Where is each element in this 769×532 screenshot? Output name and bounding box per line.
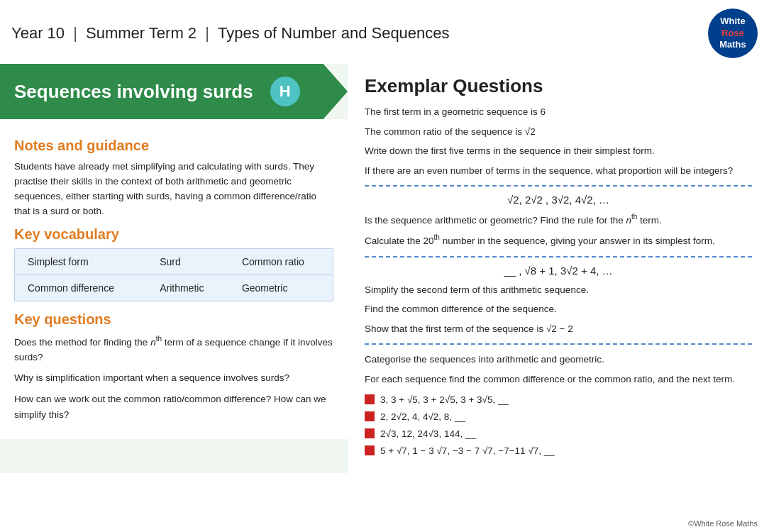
logo-rose: Rose xyxy=(721,28,744,40)
bullet-item-1: 3, 3 + √5, 3 + 2√5, 3 + 3√5, __ xyxy=(365,393,752,407)
bullet-text-2: 2, 2√2, 4, 4√2, 8, __ xyxy=(380,410,465,424)
pipe2: | xyxy=(205,24,214,42)
bullet-item-2: 2, 2√2, 4, 4√2, 8, __ xyxy=(365,410,752,424)
exemplar-block-1: The first term in a geometric sequence i… xyxy=(365,104,752,206)
exemplar-block-2: Is the sequence arithmetic or geometric?… xyxy=(365,211,752,276)
pipe1: | xyxy=(73,24,82,42)
exemplar-block-4: Categorise the sequences into arithmetic… xyxy=(365,352,752,458)
vocab-table: Simplest form Surd Common ratio Common d… xyxy=(14,248,333,301)
block4-items: 3, 3 + √5, 3 + 2√5, 3 + 3√5, __ 2, 2√2, … xyxy=(365,393,752,459)
block1-line1: The first term in a geometric sequence i… xyxy=(365,104,752,120)
block1-line2: The common ratio of the sequence is √2 xyxy=(365,124,752,140)
logo-white: White xyxy=(720,16,745,28)
key-question-3: How can we work out the common ratio/com… xyxy=(14,392,333,422)
topic-label: Types of Number and Sequences xyxy=(218,24,450,42)
vocab-row-1: Simplest form Surd Common ratio xyxy=(15,248,333,275)
footer-copyright: ©White Rose Maths xyxy=(688,519,758,528)
bullet-square-3 xyxy=(365,428,375,438)
key-question-2: Why is simplification important when a s… xyxy=(14,370,333,386)
difficulty-badge: H xyxy=(270,77,300,106)
exemplar-block-3: Simplify the second term of this arithme… xyxy=(365,282,752,345)
section-title: Sequences involving surds xyxy=(14,81,253,103)
vocab-cell-surd: Surd xyxy=(147,248,229,275)
dashed-divider-3 xyxy=(365,343,752,345)
bullet-square-2 xyxy=(365,411,375,421)
page-title: Year 10 | Summer Term 2 | Types of Numbe… xyxy=(11,24,450,43)
block4-intro1: Categorise the sequences into arithmetic… xyxy=(365,352,752,367)
year-label: Year 10 xyxy=(11,24,65,42)
vocab-cell-geometric: Geometric xyxy=(229,275,333,301)
block2-line1: Is the sequence arithmetic or geometric?… xyxy=(365,211,752,228)
vocab-cell-common-difference: Common difference xyxy=(15,275,148,301)
term-label: Summer Term 2 xyxy=(86,24,197,42)
block2-line2: Calculate the 20th number in the sequenc… xyxy=(365,232,752,248)
vocab-cell-common-ratio: Common ratio xyxy=(229,248,333,275)
dashed-divider-1 xyxy=(365,185,752,187)
section-header: Sequences involving surds H xyxy=(0,64,348,119)
notes-text: Students have already met simplifying an… xyxy=(14,160,333,219)
block3-line1: Simplify the second term of this arithme… xyxy=(365,282,752,298)
vocab-title: Key vocabulary xyxy=(14,226,333,243)
block3-line2: Find the common difference of the sequen… xyxy=(365,301,752,317)
exemplar-title: Exemplar Questions xyxy=(365,75,752,97)
bullet-item-3: 2√3, 12, 24√3, 144, __ xyxy=(365,427,752,441)
main-content: Sequences involving surds H Notes and gu… xyxy=(0,64,769,473)
bullet-square-4 xyxy=(365,445,375,455)
notes-title: Notes and guidance xyxy=(14,138,333,154)
block4-intro2: For each sequence find the common differ… xyxy=(365,372,752,387)
key-question-1: Does the method for finding the nth term… xyxy=(14,333,333,365)
bullet-text-3: 2√3, 12, 24√3, 144, __ xyxy=(380,427,476,441)
left-panel: Sequences involving surds H Notes and gu… xyxy=(0,64,348,473)
logo: White Rose Maths xyxy=(708,9,758,58)
bullet-square-1 xyxy=(365,394,375,404)
block1-line4: If there are an even number of terms in … xyxy=(365,163,752,179)
vocab-row-2: Common difference Arithmetic Geometric xyxy=(15,275,333,301)
block3-line3: Show that the first term of the sequence… xyxy=(365,321,752,337)
right-panel: Exemplar Questions The first term in a g… xyxy=(348,64,769,473)
logo-maths: Maths xyxy=(719,39,746,51)
bullet-text-1: 3, 3 + √5, 3 + 2√5, 3 + 3√5, __ xyxy=(380,393,509,407)
left-content: Notes and guidance Students have already… xyxy=(0,119,348,439)
vocab-cell-simplest-form: Simplest form xyxy=(15,248,148,275)
vocab-cell-arithmetic: Arithmetic xyxy=(147,275,229,301)
bullet-item-4: 5 + √7, 1 − 3 √7, −3 − 7 √7, −7−11 √7, _… xyxy=(365,444,752,458)
block1-line3: Write down the first five terms in the s… xyxy=(365,143,752,159)
page-header: Year 10 | Summer Term 2 | Types of Numbe… xyxy=(0,0,769,64)
bullet-text-4: 5 + √7, 1 − 3 √7, −3 − 7 √7, −7−11 √7, _… xyxy=(380,444,555,458)
key-questions-title: Key questions xyxy=(14,311,333,328)
dashed-divider-2 xyxy=(365,256,752,257)
block2-sequence: __ , √8 + 1, 3√2 + 4, … xyxy=(365,265,752,277)
block1-sequence: √2, 2√2 , 3√2, 4√2, … xyxy=(365,194,752,206)
